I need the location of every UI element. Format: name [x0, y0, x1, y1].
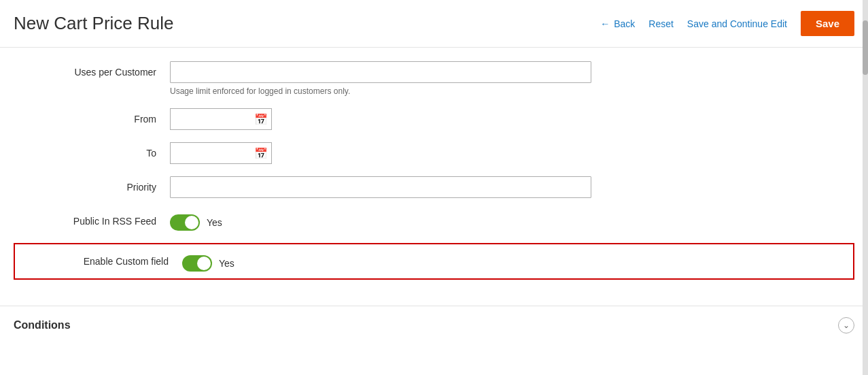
- form-section: Uses per Customer Usage limit enforced f…: [0, 48, 868, 306]
- reset-label: Reset: [648, 18, 674, 29]
- conditions-section[interactable]: Conditions ⌄: [0, 306, 868, 344]
- main-content: Uses per Customer Usage limit enforced f…: [0, 48, 868, 358]
- rss-feed-row: Public In RSS Feed Yes: [0, 210, 868, 231]
- enable-custom-field-toggle[interactable]: [182, 255, 212, 272]
- rss-feed-field: Yes: [170, 210, 591, 231]
- rss-feed-toggle[interactable]: [170, 214, 200, 231]
- uses-per-customer-row: Uses per Customer Usage limit enforced f…: [0, 61, 868, 96]
- priority-field: [170, 176, 591, 198]
- page-header: New Cart Price Rule ← Back Reset Save an…: [0, 0, 868, 48]
- chevron-down-icon: ⌄: [843, 321, 850, 330]
- rss-feed-slider: [170, 214, 200, 231]
- rss-feed-toggle-wrapper: Yes: [170, 210, 591, 231]
- reset-button[interactable]: Reset: [648, 18, 674, 29]
- from-field: 📅: [170, 108, 591, 130]
- priority-row: Priority: [0, 176, 868, 198]
- to-calendar-icon[interactable]: 📅: [254, 147, 268, 160]
- rss-feed-label: Public In RSS Feed: [14, 210, 170, 227]
- uses-per-customer-field: Usage limit enforced for logged in custo…: [170, 61, 591, 96]
- uses-per-customer-note: Usage limit enforced for logged in custo…: [170, 86, 591, 96]
- back-button[interactable]: ← Back: [600, 18, 635, 29]
- uses-per-customer-input[interactable]: [170, 61, 591, 83]
- enable-custom-field-slider: [182, 255, 212, 272]
- conditions-title: Conditions: [14, 319, 71, 331]
- page-title: New Cart Price Rule: [14, 13, 174, 34]
- save-label: Save: [816, 18, 839, 29]
- from-row: From 📅: [0, 108, 868, 130]
- header-actions: ← Back Reset Save and Continue Edit Save: [600, 11, 854, 36]
- enable-custom-field-row: Enable Custom field Yes: [14, 243, 854, 280]
- to-row: To 📅: [0, 142, 868, 164]
- priority-label: Priority: [14, 176, 170, 193]
- save-continue-button[interactable]: Save and Continue Edit: [687, 18, 787, 29]
- page-wrapper: New Cart Price Rule ← Back Reset Save an…: [0, 0, 868, 375]
- scrollbar-thumb[interactable]: [863, 20, 868, 75]
- save-continue-label: Save and Continue Edit: [687, 18, 787, 29]
- to-date-wrapper: 📅: [170, 142, 272, 164]
- priority-input[interactable]: [170, 176, 591, 198]
- from-date-wrapper: 📅: [170, 108, 272, 130]
- to-label: To: [14, 142, 170, 159]
- enable-custom-field-toggle-wrapper: Yes: [182, 251, 604, 272]
- uses-per-customer-label: Uses per Customer: [14, 61, 170, 78]
- from-calendar-icon[interactable]: 📅: [254, 113, 268, 126]
- enable-custom-field-field: Yes: [182, 251, 604, 272]
- to-field: 📅: [170, 142, 591, 164]
- conditions-chevron-icon: ⌄: [838, 317, 854, 333]
- back-label: Back: [614, 18, 635, 29]
- enable-custom-field-label: Enable Custom field: [26, 256, 182, 267]
- from-label: From: [14, 108, 170, 125]
- save-button[interactable]: Save: [801, 11, 854, 36]
- rss-feed-toggle-label: Yes: [207, 217, 222, 228]
- enable-custom-field-toggle-label: Yes: [219, 258, 235, 269]
- back-arrow-icon: ←: [600, 18, 610, 29]
- scrollbar[interactable]: [863, 0, 868, 375]
